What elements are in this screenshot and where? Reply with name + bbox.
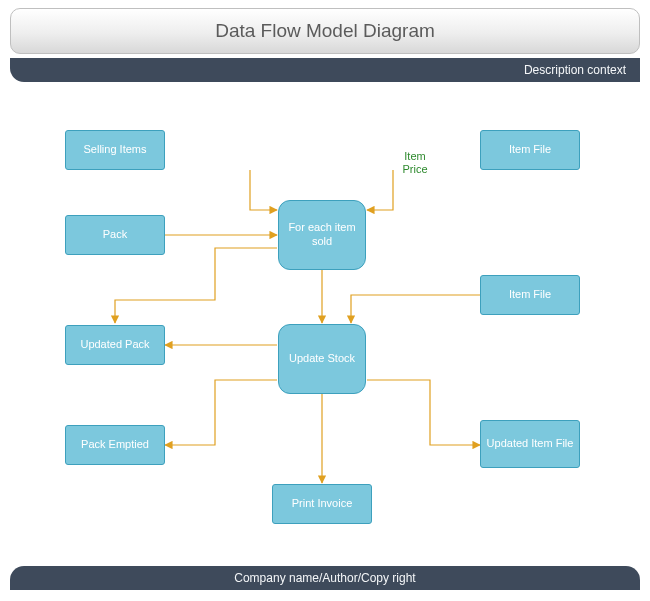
node-updated-pack: Updated Pack bbox=[65, 325, 165, 365]
process-for-each-item-sold: For each item sold bbox=[278, 200, 366, 270]
node-updated-item-file: Updated Item File bbox=[480, 420, 580, 468]
title-bar: Data Flow Model Diagram bbox=[10, 8, 640, 54]
process-update-stock: Update Stock bbox=[278, 324, 366, 394]
footer-bar: Company name/Author/Copy right bbox=[10, 566, 640, 590]
footer-text: Company name/Author/Copy right bbox=[234, 571, 415, 585]
subtitle-bar: Description context bbox=[10, 58, 640, 82]
node-item-file-top: Item File bbox=[480, 130, 580, 170]
diagram-canvas: Data Flow Model Diagram Description cont… bbox=[0, 0, 650, 601]
node-print-invoice: Print Invoice bbox=[272, 484, 372, 524]
node-pack: Pack bbox=[65, 215, 165, 255]
node-item-file-mid: Item File bbox=[480, 275, 580, 315]
page-title: Data Flow Model Diagram bbox=[215, 20, 435, 42]
label-item-price: Item Price bbox=[395, 150, 435, 176]
node-selling-items: Selling Items bbox=[65, 130, 165, 170]
node-pack-emptied: Pack Emptied bbox=[65, 425, 165, 465]
subtitle-text: Description context bbox=[524, 63, 626, 77]
